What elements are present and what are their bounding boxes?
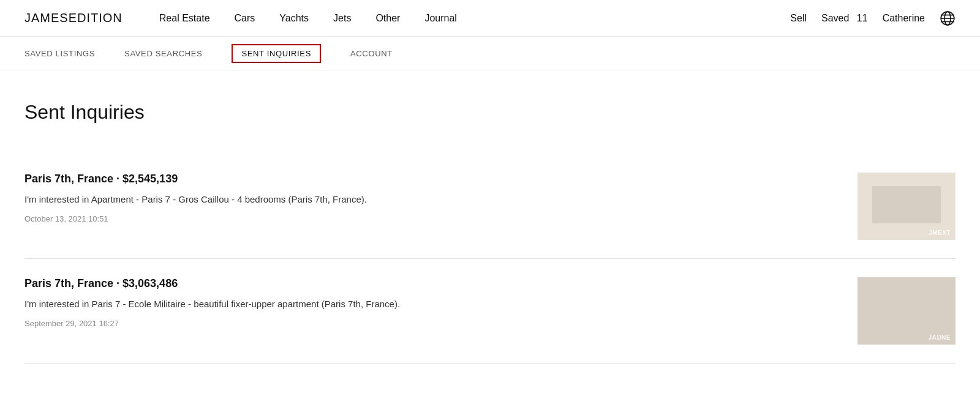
saved-count: 11 xyxy=(857,13,868,24)
tab-sent-inquiries[interactable]: SENT INQUIRIES xyxy=(232,44,321,63)
image-watermark: JMEXT xyxy=(929,230,951,236)
globe-icon[interactable] xyxy=(940,10,956,26)
nav-jets[interactable]: Jets xyxy=(333,13,351,24)
inquiry-item: Paris 7th, France · $3,063,486 I'm inter… xyxy=(24,259,956,364)
inquiry-image[interactable]: JADNE xyxy=(858,277,956,345)
inquiry-image[interactable]: JMEXT xyxy=(858,173,956,240)
tab-saved-listings[interactable]: SAVED LISTINGS xyxy=(24,38,95,69)
sub-navigation: SAVED LISTINGS SAVED SEARCHES SENT INQUI… xyxy=(0,37,980,70)
sell-link[interactable]: Sell xyxy=(790,13,807,24)
logo-part1: JAMES xyxy=(24,11,69,24)
inquiry-message: I'm interested in Apartment - Paris 7 - … xyxy=(24,193,576,207)
nav-other[interactable]: Other xyxy=(375,13,400,24)
inquiry-date: September 29, 2021 16:27 xyxy=(24,319,833,328)
main-nav-links: Real Estate Cars Yachts Jets Other Journ… xyxy=(159,13,791,24)
inquiry-date: October 13, 2021 10:51 xyxy=(24,214,833,223)
tab-account[interactable]: ACCOUNT xyxy=(350,38,393,69)
right-nav: Sell Saved 11 Catherine xyxy=(790,10,956,26)
tab-saved-searches[interactable]: SAVED SEARCHES xyxy=(124,38,202,69)
main-content: Sent Inquiries Paris 7th, France · $2,54… xyxy=(0,70,980,388)
page-title: Sent Inquiries xyxy=(24,101,956,124)
nav-journal[interactable]: Journal xyxy=(424,13,456,24)
nav-real-estate[interactable]: Real Estate xyxy=(159,13,210,24)
saved-link[interactable]: Saved 11 xyxy=(821,13,868,24)
inquiry-text-block: Paris 7th, France · $3,063,486 I'm inter… xyxy=(24,277,833,328)
top-navigation: JAMESEDITION Real Estate Cars Yachts Jet… xyxy=(0,0,980,37)
logo-part2: EDITION xyxy=(69,11,123,24)
nav-cars[interactable]: Cars xyxy=(235,13,255,24)
saved-label: Saved xyxy=(821,13,849,24)
image-watermark: JADNE xyxy=(929,334,951,341)
inquiry-message: I'm interested in Paris 7 - Ecole Milita… xyxy=(24,297,576,312)
site-logo[interactable]: JAMESEDITION xyxy=(24,11,123,25)
inquiry-title[interactable]: Paris 7th, France · $2,545,139 xyxy=(24,173,833,185)
inquiry-text-block: Paris 7th, France · $2,545,139 I'm inter… xyxy=(24,173,833,223)
inquiry-title[interactable]: Paris 7th, France · $3,063,486 xyxy=(24,277,833,290)
user-name-link[interactable]: Catherine xyxy=(883,13,925,24)
inquiry-item: Paris 7th, France · $2,545,139 I'm inter… xyxy=(24,154,956,259)
nav-yachts[interactable]: Yachts xyxy=(279,13,309,24)
